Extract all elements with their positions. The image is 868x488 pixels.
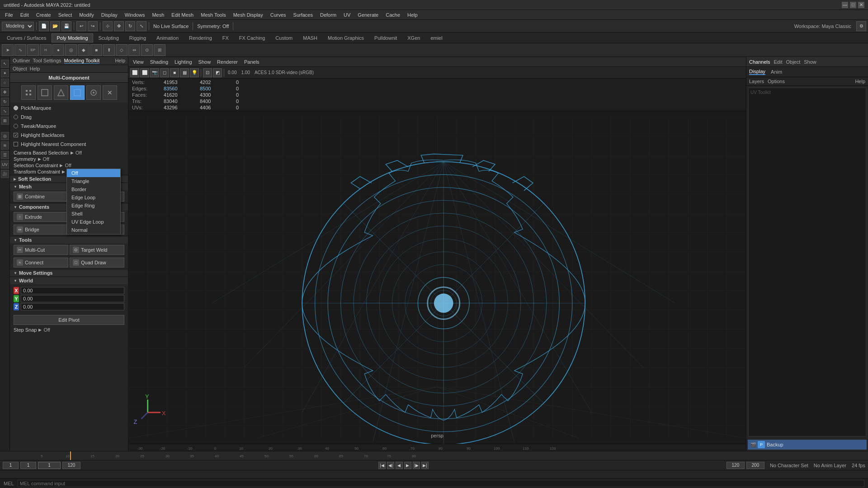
symmetry-value[interactable]: Off [43, 156, 49, 162]
vertex-mode-btn[interactable] [21, 85, 36, 100]
transform-constraint-row[interactable]: Transform Constraint ▶ Off Triangle Bord… [10, 169, 128, 175]
menu-display[interactable]: Display [98, 11, 121, 19]
drag-radio[interactable] [14, 115, 18, 119]
options-tab[interactable]: Options [768, 79, 785, 84]
bridge-button[interactable]: ⇔ Bridge [14, 225, 68, 235]
connect-button[interactable]: ≈ Connect [14, 258, 68, 267]
vp-menu-shading[interactable]: Shading [147, 58, 171, 66]
tc-option-edge-ring[interactable]: Edge Ring [67, 202, 120, 210]
highlight-nearest-row[interactable]: Highlight Nearest Component [10, 140, 128, 149]
highlight-nearest-checkbox[interactable] [14, 142, 18, 146]
menu-create[interactable]: Create [33, 11, 54, 19]
tool-settings-tab[interactable]: Tool Settings [33, 58, 61, 64]
selection-constraint-row[interactable]: Selection Constraint ▶ Off [10, 162, 128, 169]
tc-option-off[interactable]: Off [67, 169, 120, 177]
range-end-input[interactable] [62, 462, 80, 469]
shelf-tab-rendering[interactable]: Rendering [184, 33, 217, 42]
pick-marquee-radio[interactable] [14, 106, 18, 110]
play-forward-button[interactable]: ▶ [404, 462, 411, 469]
selection-constraint-arrow[interactable]: ▶ [60, 163, 63, 168]
shelf-tab-curves[interactable]: Curves / Surfaces [2, 33, 51, 42]
object-tab-right[interactable]: Object [786, 59, 800, 65]
new-scene-button[interactable]: 📄 [39, 21, 49, 31]
extrude-button[interactable]: ↑ Extrude [14, 212, 68, 222]
paint-icon[interactable]: ✦ [1, 69, 9, 77]
save-button[interactable]: 💾 [61, 21, 71, 31]
frame-range-display[interactable]: 1 [38, 462, 61, 469]
close-button[interactable]: ✕ [858, 2, 864, 8]
shelf-icon-curve[interactable]: ∿ [14, 44, 26, 56]
menu-select[interactable]: Select [55, 11, 75, 19]
edit-tab[interactable]: Edit [774, 59, 782, 65]
layer-icon[interactable]: ☰ [1, 151, 9, 159]
symmetry-row[interactable]: Symmetry ▶ Off [10, 156, 128, 162]
tc-option-triangle[interactable]: Triangle [67, 177, 120, 185]
current-frame-input[interactable] [20, 462, 36, 469]
backup-entry[interactable]: 🎬 P Backup [748, 440, 867, 450]
menu-help[interactable]: Help [404, 11, 421, 19]
shelf-tab-pulldownit[interactable]: Pulldownit [369, 33, 402, 42]
shelf-tab-xgen[interactable]: XGen [402, 33, 425, 42]
uv-mode-btn[interactable] [86, 85, 101, 100]
vp-tool-light[interactable]: 💡 [190, 68, 199, 77]
go-to-start-button[interactable]: |◀ [378, 462, 386, 469]
shelf-tab-animation[interactable]: Animation [151, 33, 184, 42]
shelf-icon-target[interactable]: ⊙ [141, 44, 153, 56]
rotate-icon[interactable]: ↻ [1, 98, 9, 106]
start-frame-input[interactable] [3, 462, 19, 469]
vp-menu-panels[interactable]: Panels [241, 58, 262, 66]
outliner-tab[interactable]: Outliner [13, 58, 30, 64]
shelf-tab-poly[interactable]: Poly Modeling [52, 33, 93, 42]
vp-tool-shadow[interactable]: ◩ [213, 68, 222, 77]
pick-marquee-row[interactable]: Pick/Marquee [10, 103, 128, 113]
scale-tool[interactable]: ⤡ [137, 21, 146, 31]
shelf-tab-custom[interactable]: Custom [270, 33, 297, 42]
menu-generate[interactable]: Generate [354, 11, 382, 19]
vp-menu-show[interactable]: Show [196, 58, 214, 66]
tc-option-edge-loop[interactable]: Edge Loop [67, 193, 120, 202]
shelf-icon-hist[interactable]: H [40, 44, 52, 56]
shelf-icon-diamond[interactable]: ◆ [78, 44, 90, 56]
y-input[interactable] [21, 295, 124, 302]
vp-tool-wire[interactable]: ◻ [160, 68, 169, 77]
window-controls[interactable]: — □ ✕ [842, 2, 864, 8]
vp-tool-solid[interactable]: ■ [170, 68, 179, 77]
select-icon[interactable]: ↖ [1, 60, 9, 68]
object-tab[interactable]: Object [13, 66, 27, 71]
shelf-tab-motion[interactable]: Motion Graphics [323, 33, 369, 42]
vp-menu-lighting[interactable]: Lighting [172, 58, 195, 66]
step-snap-row[interactable]: Step Snap ▶ Off [10, 327, 128, 333]
move-settings-heading[interactable]: ▼ Move Settings [10, 269, 128, 277]
go-to-end-button[interactable]: ▶| [421, 462, 429, 469]
move-tool[interactable]: ✥ [114, 21, 124, 31]
help-tab-right[interactable]: Help [855, 79, 865, 84]
play-back-button[interactable]: ◀ [396, 462, 403, 469]
menu-file[interactable]: File [2, 11, 16, 19]
shelf-icon-ep[interactable]: EP [27, 44, 39, 56]
quad-draw-button[interactable]: □ Quad Draw [70, 258, 124, 267]
display-tab[interactable]: Display [749, 69, 765, 75]
shelf-tab-fx[interactable]: FX [217, 33, 234, 42]
transform-constraint-arrow[interactable]: ▶ [62, 169, 65, 174]
tc-option-uv-edge-loop[interactable]: UV Edge Loop [67, 218, 120, 226]
menu-curves[interactable]: Curves [267, 11, 289, 19]
camera-selection-arrow[interactable]: ▶ [71, 150, 74, 155]
edit-pivot-button[interactable]: Edit Pivot [14, 315, 124, 325]
shelf-icon-extrude[interactable]: ⬆ [103, 44, 115, 56]
shelf-tab-mash[interactable]: MASH [298, 33, 322, 42]
select-tool[interactable]: ⊹ [103, 21, 113, 31]
lasso-icon[interactable]: ○ [1, 79, 9, 87]
anim-end-input[interactable] [726, 462, 745, 469]
menu-surfaces[interactable]: Surfaces [290, 11, 316, 19]
combine-button[interactable]: ⊞ Combine [14, 192, 68, 202]
tc-option-border[interactable]: Border [67, 185, 120, 193]
timeline-track[interactable]: 5 10 15 20 25 30 35 40 45 50 55 60 65 70… [0, 451, 868, 460]
menu-cache[interactable]: Cache [382, 11, 403, 19]
vp-menu-renderer[interactable]: Renderer [214, 58, 241, 66]
transform-icon[interactable]: ⊞ [1, 117, 9, 125]
tools-section-heading[interactable]: ▼ Tools [10, 236, 128, 244]
move-icon[interactable]: ✥ [1, 88, 9, 96]
tc-option-normal[interactable]: Normal [67, 226, 120, 234]
multi-mode-btn[interactable] [70, 85, 85, 100]
vp-tool-iso[interactable]: ⊡ [203, 68, 212, 77]
